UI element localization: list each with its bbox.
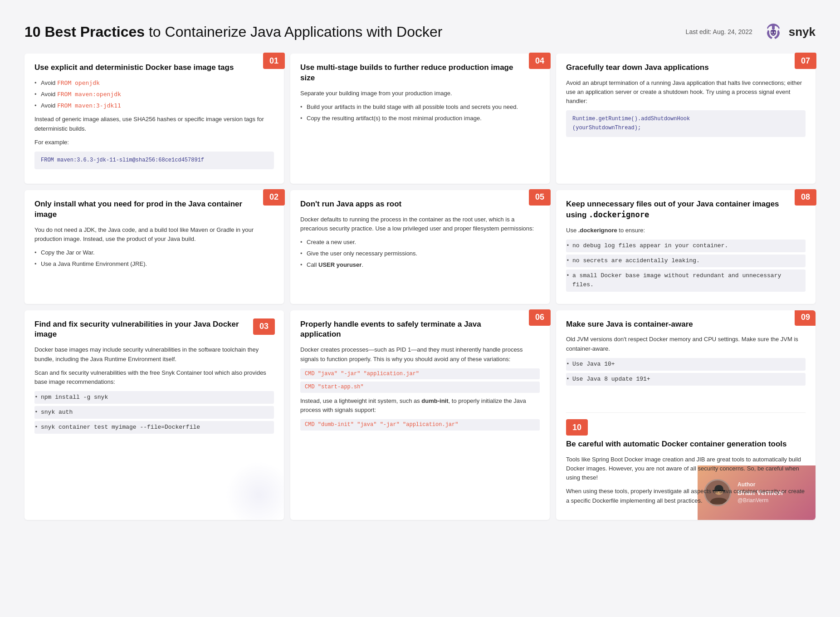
card-10-section: 10 Be careful with automatic Docker cont… xyxy=(566,412,806,505)
for-example: For example: xyxy=(34,138,274,147)
card-09-10: 09 Make sure Java is container-aware Old… xyxy=(556,310,816,520)
card-body-02: You do not need a JDK, the Java code, an… xyxy=(34,225,274,269)
card-num-01: 01 xyxy=(263,53,285,69)
java-version-list: Use Java 10+ Use Java 8 update 191+ xyxy=(566,358,806,386)
di-3: a small Docker base image without redund… xyxy=(566,269,806,291)
card-body-10: Tools like Spring Boot Docker image crea… xyxy=(566,455,806,505)
cmd6-2: CMD "start-app.sh" xyxy=(300,382,540,393)
card-title-06: Properly handle events to safely termina… xyxy=(300,319,540,340)
card-num-08: 08 xyxy=(795,189,816,206)
card-05: 05 Don't run Java apps as root Docker de… xyxy=(290,190,550,304)
b-04-2: Copy the resulting artifact(s) to the mo… xyxy=(300,114,540,123)
di-1: no debug log files appear in your contai… xyxy=(566,240,806,252)
avoid-2: Avoid FROM maven:openjdk xyxy=(34,90,274,99)
title-bold: 10 Best Practices xyxy=(24,24,145,40)
text-02: You do not need a JDK, the Java code, an… xyxy=(34,225,274,244)
card-num-05: 05 xyxy=(529,189,551,206)
page-title: 10 Best Practices to Containerize Java A… xyxy=(24,24,677,40)
cmd6-3: CMD "dumb-init" "java" "-jar" "applicati… xyxy=(300,419,540,431)
b-04-1: Build your artifacts in the build stage … xyxy=(300,103,540,112)
card-07: 07 Gracefully tear down Java application… xyxy=(556,54,816,184)
card-title-09: Make sure Java is container-aware xyxy=(566,319,806,330)
card-title-08: Keep unnecessary files out of your Java … xyxy=(566,199,806,220)
jv-1: Use Java 10+ xyxy=(566,358,806,371)
sc-2: snyk auth xyxy=(34,406,274,419)
b-05-3: Call USER youruser. xyxy=(300,260,540,269)
card-04: 04 Use multi-stage builds to further red… xyxy=(290,54,550,184)
card-title-02: Only install what you need for prod in t… xyxy=(34,199,274,220)
card-body-07: Avoid an abrupt termination of a running… xyxy=(566,78,806,137)
snyk-cmds: npm install -g snyk snyk auth snyk conta… xyxy=(34,391,274,434)
card-06: 06 Properly handle events to safely term… xyxy=(290,310,550,520)
code-07: Runtime.getRuntime().addShutdownHook(you… xyxy=(566,110,806,137)
jv-2: Use Java 8 update 191+ xyxy=(566,373,806,386)
snyk-logo: snyk xyxy=(762,20,816,44)
card-title-03: Find and fix security vulnerabilities in… xyxy=(34,319,274,340)
dockerignore-list: no debug log files appear in your contai… xyxy=(566,240,806,292)
card-title-07: Gracefully tear down Java applications xyxy=(566,63,806,73)
svg-point-1 xyxy=(771,32,772,33)
title-suffix: to Containerize Java Applications with D… xyxy=(145,24,442,40)
card-body-01: Avoid FROM openjdk Avoid FROM maven:open… xyxy=(34,78,274,169)
card-title-01: Use explicit and deterministic Docker ba… xyxy=(34,63,274,73)
text-06b: Instead, use a lightweight init system, … xyxy=(300,397,540,415)
card-title-10: Be careful with automatic Docker contain… xyxy=(566,439,806,450)
example-code: FROM maven:3.6.3-jdk-11-slim@sha256:68ce… xyxy=(34,152,274,169)
card-body-04: Separate your building image from your p… xyxy=(300,89,540,123)
svg-point-2 xyxy=(774,32,775,33)
text-10b: When using these tools, properly investi… xyxy=(566,487,806,505)
cards-grid: 01 Use explicit and deterministic Docker… xyxy=(24,54,816,520)
snyk-wolf-icon xyxy=(762,20,785,44)
b-05-2: Give the user only necessary permissions… xyxy=(300,249,540,258)
snyk-text: snyk xyxy=(789,25,816,39)
sc-1: npm install -g snyk xyxy=(34,391,274,404)
card-bg-03 xyxy=(225,461,284,520)
card-body-08: Use .dockerignore to ensure: no debug lo… xyxy=(566,226,806,292)
text-03b: Scan and fix security vulnerabilities wi… xyxy=(34,368,274,387)
card-num-09: 09 xyxy=(795,310,816,326)
card-body-09: Old JVM versions don't respect Docker me… xyxy=(566,335,806,386)
b-02-1: Copy the Jar or War. xyxy=(34,248,274,257)
avoid-3: Avoid FROM maven:3-jdk11 xyxy=(34,101,274,110)
text-05: Docker defaults to running the process i… xyxy=(300,215,540,233)
card-title-05: Don't run Java apps as root xyxy=(300,199,540,210)
card-inner-03: 03 Find and fix security vulnerabilities… xyxy=(34,319,274,434)
card-num-03: 03 xyxy=(253,318,275,335)
card-num-02: 02 xyxy=(263,189,285,206)
text-03a: Docker base images may include security … xyxy=(34,345,274,363)
cmd6-1: CMD "java" "-jar" "application.jar" xyxy=(300,368,540,380)
card-title-04: Use multi-stage builds to further reduce… xyxy=(300,63,540,83)
page-wrapper: 10 Best Practices to Containerize Java A… xyxy=(11,11,829,529)
avoid-1: Avoid FROM openjdk xyxy=(34,78,274,88)
text-09: Old JVM versions don't respect Docker me… xyxy=(566,335,806,353)
user-cmd: USER youruser xyxy=(318,261,361,268)
text-01: Instead of generic image aliases, use SH… xyxy=(34,115,274,133)
card-03: 03 Find and fix security vulnerabilities… xyxy=(24,310,284,520)
spacer-09 xyxy=(566,388,806,406)
dumb-init: dumb-init xyxy=(421,397,448,404)
card-body-05: Docker defaults to running the process i… xyxy=(300,215,540,270)
sc-3: snyk container test myimage --file=Docke… xyxy=(34,421,274,434)
card-num-07: 07 xyxy=(795,53,816,69)
last-edit: Last edit: Aug. 24, 2022 xyxy=(686,28,752,35)
text-07: Avoid an abrupt termination of a running… xyxy=(566,78,806,106)
text-08: Use .dockerignore to ensure: xyxy=(566,226,806,235)
intro-04: Separate your building image from your p… xyxy=(300,89,540,98)
card-body-03: Docker base images may include security … xyxy=(34,345,274,434)
card-num-04: 04 xyxy=(529,53,551,69)
di-2: no secrets are accidentally leaking. xyxy=(566,255,806,267)
card-num-06: 06 xyxy=(529,309,551,326)
card-num-10: 10 xyxy=(566,419,588,436)
b-02-2: Use a Java Runtime Environment (JRE). xyxy=(34,260,274,269)
card-body-06: Docker creates processes—such as PID 1—a… xyxy=(300,345,540,430)
card-01: 01 Use explicit and deterministic Docker… xyxy=(24,54,284,184)
b-05-1: Create a new user. xyxy=(300,238,540,247)
text-06: Docker creates processes—such as PID 1—a… xyxy=(300,345,540,363)
text-10a: Tools like Spring Boot Docker image crea… xyxy=(566,455,806,482)
card-02: 02 Only install what you need for prod i… xyxy=(24,190,284,304)
card-08: 08 Keep unnecessary files out of your Ja… xyxy=(556,190,816,304)
header: 10 Best Practices to Containerize Java A… xyxy=(24,20,816,44)
